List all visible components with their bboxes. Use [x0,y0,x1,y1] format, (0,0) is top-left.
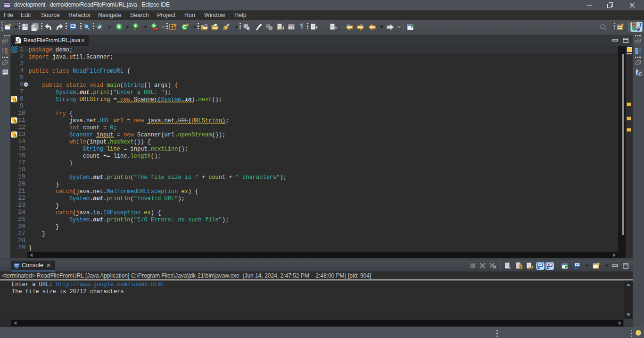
svg-text:?: ? [638,71,641,76]
svg-text:J: J [639,22,642,28]
svg-text:J: J [17,38,19,43]
